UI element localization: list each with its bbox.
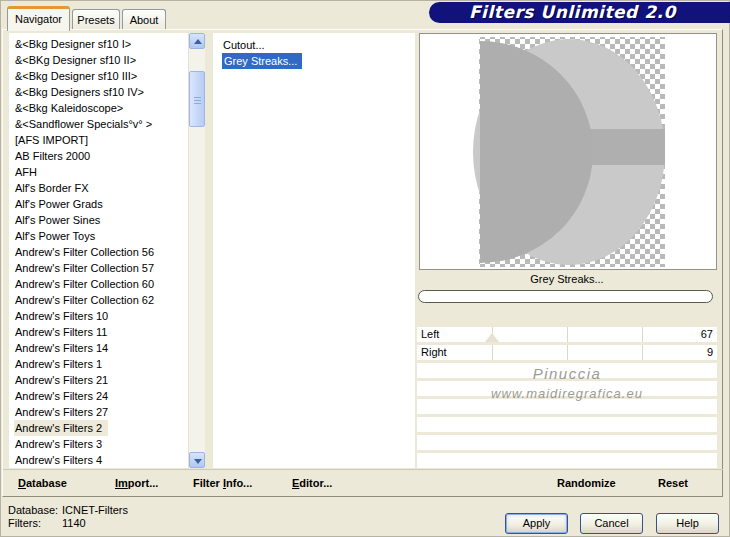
slider-left[interactable]: Left 67 xyxy=(417,327,717,342)
category-item[interactable]: Andrew's Filters 27 xyxy=(11,404,173,420)
category-item[interactable]: Andrew's Filter Collection 57 xyxy=(11,260,173,276)
title-banner: Filters Unlimited 2.0 xyxy=(429,2,730,23)
selected-filter-caption: Grey Streaks... xyxy=(417,271,717,287)
slider-empty-row xyxy=(417,417,717,432)
slider-right-label: Right xyxy=(421,345,447,360)
slider-tick xyxy=(567,345,568,360)
category-item[interactable]: AFH xyxy=(11,164,173,180)
category-item[interactable]: Alf's Power Grads xyxy=(11,196,173,212)
category-item[interactable]: Andrew's Filter Collection 62 xyxy=(11,292,173,308)
slider-right-value: 9 xyxy=(707,345,713,360)
slider-empty-row xyxy=(417,399,717,414)
slider-tick xyxy=(642,345,643,360)
category-item[interactable]: Andrew's Filter Collection 56 xyxy=(11,244,173,260)
filter-list: Cutout... Grey Streaks... xyxy=(213,33,415,468)
category-item[interactable]: Andrew's Filter Collection 60 xyxy=(11,276,173,292)
filter-item-selected[interactable]: Grey Streaks... xyxy=(219,53,413,69)
category-scrollbar[interactable] xyxy=(188,33,205,468)
slider-empty-row xyxy=(417,435,717,450)
category-item[interactable]: &<Bkg Designer sf10 I> xyxy=(11,36,173,52)
category-item[interactable]: Andrew's Filters 3 xyxy=(11,436,173,452)
slider-tick xyxy=(567,327,568,342)
category-item[interactable]: Andrew's Filters 21 xyxy=(11,372,173,388)
category-list: &<Bkg Designer sf10 I> &<BKg Designer sf… xyxy=(9,33,205,468)
slider-tick xyxy=(642,327,643,342)
tab-navigator[interactable]: Navigator xyxy=(7,6,70,31)
category-item[interactable]: &<BKg Designer sf10 II> xyxy=(11,52,173,68)
slider-right[interactable]: Right 9 xyxy=(417,345,717,360)
import-button[interactable]: Import... xyxy=(115,477,158,489)
left-slider-thumb[interactable] xyxy=(485,333,499,342)
cancel-button[interactable]: Cancel xyxy=(580,513,643,534)
category-item[interactable]: Andrew's Filters 1 xyxy=(11,356,173,372)
command-bar-separator xyxy=(3,469,723,470)
tab-presets[interactable]: Presets xyxy=(72,9,120,31)
status-database-value: ICNET-Filters xyxy=(62,504,128,517)
category-item[interactable]: &<Bkg Kaleidoscope> xyxy=(11,100,173,116)
progress-bar xyxy=(418,290,713,303)
status-filters-label: Filters: xyxy=(8,517,41,530)
category-item[interactable]: Alf's Power Sines xyxy=(11,212,173,228)
filter-item[interactable]: Cutout... xyxy=(219,37,413,53)
category-item[interactable]: Alf's Border FX xyxy=(11,180,173,196)
category-item[interactable]: Andrew's Filters 10 xyxy=(11,308,173,324)
category-item[interactable]: &<Sandflower Specials°v° > xyxy=(11,116,173,132)
slider-left-value: 67 xyxy=(701,327,713,342)
slider-empty-row xyxy=(417,381,717,396)
filters-unlimited-dialog: Filters Unlimited 2.0 Navigator Presets … xyxy=(0,0,730,537)
scrollbar-thumb[interactable] xyxy=(189,71,205,127)
category-item[interactable]: Andrew's Filters 11 xyxy=(11,324,173,340)
slider-empty-row xyxy=(417,363,717,378)
app-title: Filters Unlimited 2.0 xyxy=(469,2,676,23)
filter-info-button[interactable]: Filter Info... xyxy=(193,477,252,489)
apply-button[interactable]: Apply xyxy=(505,513,568,534)
category-item[interactable]: Andrew's Filters 14 xyxy=(11,340,173,356)
scroll-up-icon xyxy=(194,39,202,44)
category-item[interactable]: [AFS IMPORT] xyxy=(11,132,173,148)
scroll-up-button[interactable] xyxy=(189,33,205,49)
category-item-selected[interactable]: Andrew's Filters 2 xyxy=(11,420,173,436)
scroll-down-button[interactable] xyxy=(189,452,205,468)
help-button[interactable]: Help xyxy=(656,513,719,534)
database-button[interactable]: Database xyxy=(18,477,67,489)
category-item[interactable]: Andrew's Filters 4 xyxy=(11,452,173,468)
status-filters-value: 1140 xyxy=(62,517,86,530)
preview-canvas[interactable] xyxy=(419,33,717,270)
tab-about[interactable]: About xyxy=(122,9,166,31)
slider-empty-row xyxy=(417,453,717,468)
preview-image xyxy=(420,34,716,269)
reset-button[interactable]: Reset xyxy=(658,477,688,489)
category-item[interactable]: AB Filters 2000 xyxy=(11,148,173,164)
editor-button[interactable]: Editor... xyxy=(292,477,332,489)
status-database-label: Database: xyxy=(8,504,58,517)
randomize-button[interactable]: Randomize xyxy=(557,477,616,489)
scroll-down-icon xyxy=(194,459,202,464)
category-item[interactable]: &<Bkg Designers sf10 IV> xyxy=(11,84,173,100)
category-item[interactable]: Alf's Power Toys xyxy=(11,228,173,244)
category-item[interactable]: Andrew's Filters 24 xyxy=(11,388,173,404)
category-item[interactable]: &<Bkg Designer sf10 III> xyxy=(11,68,173,84)
slider-tick xyxy=(492,345,493,360)
slider-left-label: Left xyxy=(421,327,439,342)
